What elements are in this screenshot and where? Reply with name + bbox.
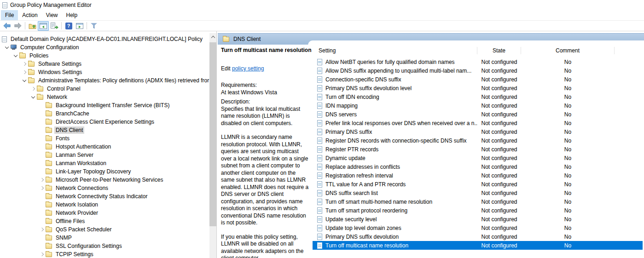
- setting-row[interactable]: Allow NetBT queries for fully qualified …: [313, 57, 644, 66]
- up-one-level-button[interactable]: [27, 21, 38, 31]
- chevron-down-icon[interactable]: [12, 52, 19, 60]
- setting-row[interactable]: DNS suffix search listNot configuredNo: [313, 189, 644, 197]
- setting-row[interactable]: Dynamic updateNot configuredNo: [313, 154, 644, 162]
- requirements-value: At least Windows Vista: [221, 89, 277, 97]
- setting-row[interactable]: Register PTR recordsNot configuredNo: [313, 145, 644, 154]
- tree-item[interactable]: Default Domain Policy [ACADEMY-EA-DC01.I…: [0, 35, 216, 43]
- column-header-comment[interactable]: Comment: [521, 47, 615, 54]
- chevron-right-icon[interactable]: [21, 68, 28, 76]
- setting-row[interactable]: IDN mappingNot configuredNo: [313, 101, 644, 110]
- tree-item[interactable]: Hotspot Authentication: [0, 143, 216, 151]
- setting-row[interactable]: Replace addresses in conflictsNot config…: [313, 162, 644, 171]
- tree-item[interactable]: Link-Layer Topology Discovery: [0, 167, 216, 176]
- tree-item[interactable]: TCPIP Settings: [0, 250, 216, 258]
- menu-view[interactable]: View: [42, 10, 62, 20]
- export-list-button[interactable]: [49, 21, 60, 31]
- show-console-tree-button[interactable]: [38, 21, 49, 31]
- chevron-down-icon[interactable]: [3, 43, 11, 52]
- setting-row[interactable]: Prefer link local responses over DNS whe…: [313, 119, 644, 127]
- comment-cell: No: [521, 199, 615, 205]
- forward-button[interactable]: [12, 21, 23, 31]
- tree-item[interactable]: Lanman Workstation: [0, 159, 216, 167]
- chevron-placeholder: [38, 143, 46, 151]
- tree-item[interactable]: Administrative Templates: Policy definit…: [0, 76, 216, 85]
- scrollbar-up-arrow[interactable]: [209, 33, 216, 40]
- state-cell: Not configured: [477, 234, 521, 240]
- tree-item[interactable]: Windows Settings: [0, 68, 216, 76]
- setting-cell: Update security level: [313, 216, 477, 223]
- setting-row[interactable]: Primary DNS suffix devolutionNot configu…: [313, 232, 644, 241]
- setting-row[interactable]: Registration refresh intervalNot configu…: [313, 171, 644, 180]
- tree-item[interactable]: SNMP: [0, 234, 216, 242]
- column-header-state[interactable]: State: [477, 47, 521, 54]
- setting-row[interactable]: DNS serversNot configuredNo: [313, 110, 644, 119]
- setting-row[interactable]: Update security levelNot configuredNo: [313, 215, 644, 224]
- tree-item[interactable]: QoS Packet Scheduler: [0, 225, 216, 234]
- chevron-down-icon[interactable]: [21, 76, 28, 85]
- tree-item[interactable]: Fonts: [0, 134, 216, 143]
- chevron-right-icon[interactable]: [38, 225, 46, 234]
- chevron-placeholder: [38, 192, 46, 201]
- menu-file[interactable]: File: [1, 10, 18, 20]
- tree-item[interactable]: Network Isolation: [0, 201, 216, 209]
- tree-item[interactable]: BranchCache: [0, 109, 216, 118]
- chevron-right-icon[interactable]: [38, 176, 46, 184]
- tree-item[interactable]: DirectAccess Client Experience Settings: [0, 118, 216, 126]
- tree-item[interactable]: Software Settings: [0, 60, 216, 68]
- tree-item[interactable]: Network Connectivity Status Indicator: [0, 192, 216, 201]
- state-cell: Not configured: [477, 242, 521, 249]
- tree-item[interactable]: Control Panel: [0, 85, 216, 93]
- setting-row[interactable]: Connection-specific DNS suffixNot config…: [313, 75, 644, 84]
- tree-scrollbar[interactable]: [209, 33, 216, 258]
- state-cell: Not configured: [477, 164, 521, 170]
- setting-row[interactable]: Turn off smart protocol reorderingNot co…: [313, 206, 644, 215]
- tree-item[interactable]: Microsoft Peer-to-Peer Networking Servic…: [0, 176, 216, 184]
- tree-item[interactable]: Computer Configuration: [0, 43, 216, 52]
- setting-cell: Register PTR records: [313, 146, 477, 153]
- setting-row[interactable]: TTL value for A and PTR recordsNot confi…: [313, 180, 644, 189]
- setting-cell: Register DNS records with connection-spe…: [313, 138, 477, 144]
- tree-item[interactable]: Network: [0, 93, 216, 101]
- back-button[interactable]: [1, 21, 12, 31]
- setting-name: Dynamic update: [325, 155, 366, 161]
- setting-row[interactable]: Allow DNS suffix appending to unqualifie…: [313, 66, 644, 75]
- setting-row[interactable]: Primary DNS suffix devolution levelNot c…: [313, 84, 644, 92]
- scrollbar-thumb[interactable]: [209, 42, 216, 226]
- tree-item[interactable]: Offline Files: [0, 217, 216, 225]
- menu-help[interactable]: Help: [62, 10, 82, 20]
- setting-row[interactable]: Turn off IDN encodingNot configuredNo: [313, 92, 644, 101]
- chevron-right-icon[interactable]: [21, 60, 28, 68]
- state-cell: Not configured: [477, 59, 521, 65]
- chevron-right-icon[interactable]: [29, 85, 37, 93]
- chevron-placeholder: [38, 151, 46, 159]
- setting-row[interactable]: Update top level domain zonesNot configu…: [313, 224, 644, 232]
- edit-policy-setting-link[interactable]: policy setting: [232, 65, 264, 72]
- setting-row[interactable]: Primary DNS suffixNot configuredNo: [313, 127, 644, 136]
- setting-row[interactable]: Turn off smart multi-homed name resoluti…: [313, 197, 644, 206]
- folder-icon: [46, 178, 52, 183]
- tree-item[interactable]: DNS Client: [0, 126, 216, 134]
- folder-icon: [46, 144, 52, 149]
- comment-cell: No: [521, 234, 615, 240]
- comment-cell: No: [521, 59, 615, 65]
- help-button[interactable]: ?: [63, 21, 74, 31]
- tree-item[interactable]: Policies: [0, 52, 216, 60]
- state-cell: Not configured: [477, 207, 521, 214]
- show-action-pane-button[interactable]: [74, 21, 85, 31]
- chevron-down-icon[interactable]: [29, 93, 37, 101]
- tree-item[interactable]: Network Connections: [0, 184, 216, 192]
- description-block: Description: Specifies that link local m…: [221, 98, 309, 258]
- tree-item[interactable]: Network Provider: [0, 209, 216, 217]
- filter-button[interactable]: [88, 21, 99, 31]
- filter-funnel-icon: [91, 23, 98, 29]
- chevron-right-icon[interactable]: [38, 250, 46, 258]
- chevron-right-icon[interactable]: [38, 184, 46, 192]
- tree-item[interactable]: Lanman Server: [0, 151, 216, 159]
- setting-row[interactable]: Register DNS records with connection-spe…: [313, 136, 644, 145]
- tree-item-label: Administrative Templates: Policy definit…: [37, 77, 210, 84]
- setting-row[interactable]: Turn off multicast name resolutionNot co…: [313, 241, 643, 250]
- menu-action[interactable]: Action: [18, 10, 41, 20]
- tree-item[interactable]: Background Intelligent Transfer Service …: [0, 101, 216, 109]
- tree-item[interactable]: SSL Configuration Settings: [0, 242, 216, 250]
- column-header-setting[interactable]: Setting: [313, 47, 477, 54]
